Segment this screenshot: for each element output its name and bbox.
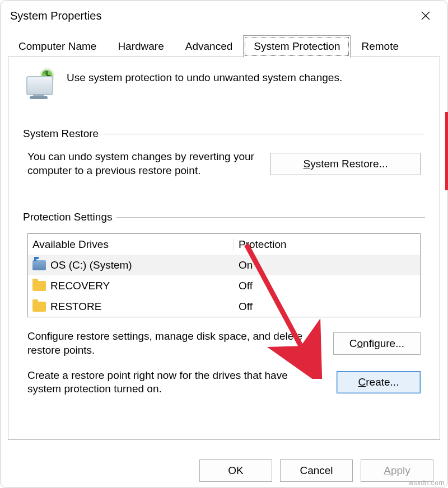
tab-advanced[interactable]: Advanced — [175, 35, 244, 57]
tab-computer-name[interactable]: Computer Name — [8, 35, 107, 57]
dialog-button-bar: OK Cancel Apply — [0, 453, 448, 488]
col-header-drives: Available Drives — [28, 238, 234, 251]
drive-status: Off — [234, 301, 420, 313]
folder-icon — [32, 281, 46, 291]
tab-strip: Computer Name Hardware Advanced System P… — [0, 31, 448, 57]
tab-hardware[interactable]: Hardware — [107, 35, 174, 57]
system-properties-window: System Properties Computer Name Hardware… — [0, 0, 448, 488]
ok-button[interactable]: OK — [199, 459, 272, 482]
configure-button[interactable]: Configure... — [333, 332, 421, 355]
cancel-button[interactable]: Cancel — [280, 459, 353, 482]
create-description: Create a restore point right now for the… — [27, 369, 323, 396]
col-header-protection: Protection — [234, 238, 420, 251]
configure-description: Configure restore settings, manage disk … — [27, 330, 320, 357]
intro-text: Use system protection to undo unwanted s… — [67, 68, 342, 84]
tab-panel-system-protection: Use system protection to undo unwanted s… — [8, 57, 440, 440]
create-button[interactable]: Create... — [337, 371, 421, 393]
drives-table: Available Drives Protection OS (C:) (Sys… — [27, 233, 421, 317]
group-system-restore-label: System Restore — [23, 128, 99, 140]
group-protection-settings: Protection Settings — [23, 211, 425, 223]
tab-remote[interactable]: Remote — [351, 35, 409, 57]
folder-icon — [32, 302, 46, 312]
drive-status: Off — [234, 280, 420, 292]
apply-button[interactable]: Apply — [361, 459, 433, 482]
system-restore-icon — [23, 68, 54, 100]
system-restore-description: You can undo system changes by reverting… — [27, 150, 257, 177]
drive-name: OS (C:) (System) — [50, 259, 132, 271]
watermark: wsxdn.com — [408, 479, 445, 487]
group-system-restore: System Restore — [23, 128, 425, 140]
system-drive-icon — [32, 260, 46, 270]
table-row[interactable]: OS (C:) (System) On — [28, 255, 420, 275]
system-restore-button[interactable]: System Restore... — [270, 153, 421, 175]
group-protection-settings-label: Protection Settings — [23, 211, 112, 223]
table-row[interactable]: RESTORE Off — [28, 296, 420, 317]
close-button[interactable] — [410, 3, 441, 28]
tab-system-protection[interactable]: System Protection — [243, 35, 351, 58]
window-title: System Properties — [10, 10, 101, 22]
title-bar: System Properties — [0, 0, 448, 31]
drive-name: RESTORE — [50, 301, 102, 313]
system-restore-button-rest: ystem Restore... — [310, 158, 388, 170]
accent-stripe — [445, 112, 448, 190]
intro-section: Use system protection to undo unwanted s… — [23, 68, 425, 100]
drive-status: On — [234, 259, 420, 271]
drive-name: RECOVERY — [50, 280, 110, 292]
close-icon — [421, 11, 431, 21]
table-row[interactable]: RECOVERY Off — [28, 275, 420, 296]
